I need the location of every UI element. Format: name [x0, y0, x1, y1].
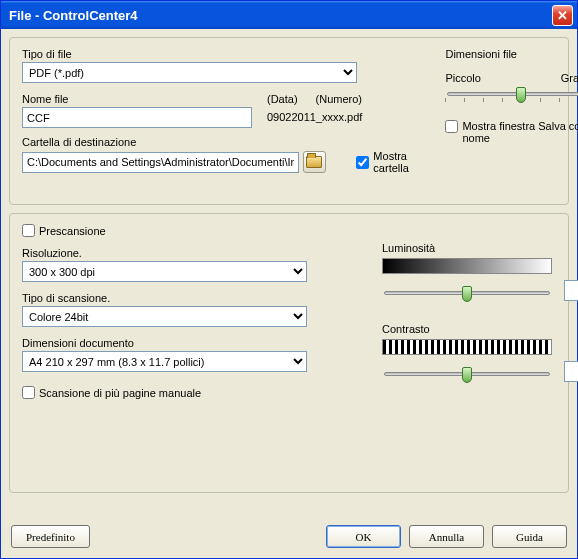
filetype-select[interactable]: PDF (*.pdf) [22, 62, 357, 83]
docsize-select[interactable]: A4 210 x 297 mm (8.3 x 11.7 pollici) [22, 351, 307, 372]
scan-group: Prescansione Risoluzione. 300 x 300 dpi … [9, 213, 569, 493]
brightness-gradient [382, 258, 552, 274]
browse-button[interactable] [303, 151, 327, 173]
file-group: Tipo di file PDF (*.pdf) Nome file (Data… [9, 37, 569, 205]
filetype-label: Tipo di file [22, 48, 437, 60]
slider-thumb[interactable] [516, 87, 526, 103]
dest-input[interactable] [22, 152, 299, 173]
filename-input[interactable] [22, 107, 252, 128]
prescan-checkbox[interactable] [22, 224, 35, 237]
close-button[interactable]: ✕ [552, 5, 573, 26]
resolution-select[interactable]: 300 x 300 dpi [22, 261, 307, 282]
help-button[interactable]: Guida [492, 525, 567, 548]
ok-button[interactable]: OK [326, 525, 401, 548]
slider-thumb[interactable] [462, 367, 472, 383]
window-title: File - ControlCenter4 [9, 8, 138, 23]
show-save-label: Mostra finestra Salva con nome [462, 120, 578, 144]
folder-icon [306, 156, 322, 168]
filesize-large-label: Grande [561, 72, 578, 84]
filesize-slider[interactable] [447, 92, 578, 96]
docsize-label: Dimensioni documento [22, 337, 362, 349]
contrast-value[interactable]: 0 [564, 361, 578, 382]
dest-label: Cartella di destinazione [22, 136, 437, 148]
contrast-slider[interactable] [384, 372, 550, 376]
multipage-checkbox[interactable] [22, 386, 35, 399]
brightness-value[interactable]: 0 [564, 280, 578, 301]
content-area: Tipo di file PDF (*.pdf) Nome file (Data… [1, 29, 577, 558]
button-row: Predefinito OK Annulla Guida [11, 525, 567, 548]
cancel-button[interactable]: Annulla [409, 525, 484, 548]
brightness-label: Luminosità [382, 242, 578, 254]
contrast-label: Contrasto [382, 323, 578, 335]
titlebar: File - ControlCenter4 ✕ [1, 1, 577, 29]
date-header: (Data) [267, 93, 298, 105]
resolution-label: Risoluzione. [22, 247, 362, 259]
scantype-label: Tipo di scansione. [22, 292, 362, 304]
contrast-gradient [382, 339, 552, 355]
example-filename: 09022011_xxxx.pdf [267, 111, 362, 123]
show-save-checkbox[interactable] [445, 120, 458, 133]
show-folder-checkbox[interactable] [356, 156, 369, 169]
filename-label: Nome file [22, 93, 257, 105]
dialog-window: File - ControlCenter4 ✕ Tipo di file PDF… [0, 0, 578, 559]
brightness-slider[interactable] [384, 291, 550, 295]
filesize-small-label: Piccolo [445, 72, 480, 84]
close-icon: ✕ [557, 8, 568, 23]
number-header: (Numero) [316, 93, 362, 105]
filesize-label: Dimensioni file [445, 48, 578, 60]
multipage-label: Scansione di più pagine manuale [39, 387, 201, 399]
prescan-label: Prescansione [39, 225, 106, 237]
show-folder-label: Mostra cartella [373, 150, 437, 174]
slider-thumb[interactable] [462, 286, 472, 302]
scantype-select[interactable]: Colore 24bit [22, 306, 307, 327]
default-button[interactable]: Predefinito [11, 525, 90, 548]
slider-ticks [445, 98, 578, 102]
